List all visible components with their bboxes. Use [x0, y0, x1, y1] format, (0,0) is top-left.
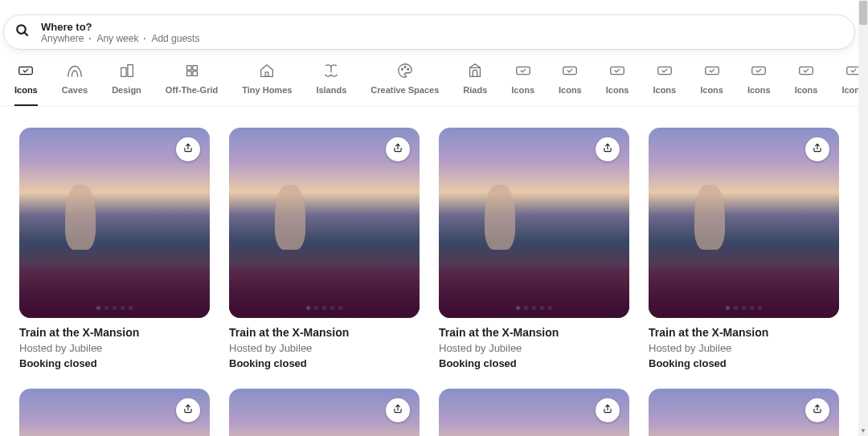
- listing-host: Hosted by Jubilee: [229, 342, 420, 354]
- category-tab-icons[interactable]: Icons: [841, 61, 858, 106]
- category-tab-islands[interactable]: Islands: [316, 61, 346, 106]
- category-tab-icons[interactable]: Icons: [606, 61, 629, 106]
- listing-image[interactable]: [439, 389, 629, 436]
- share-icon: [182, 403, 194, 418]
- svg-point-11: [404, 67, 406, 68]
- category-tab-tiny-homes[interactable]: Tiny Homes: [242, 61, 292, 106]
- category-tab-icons[interactable]: Icons: [14, 61, 38, 106]
- listing-card[interactable]: Train at the X-MansionHosted by JubileeB…: [649, 389, 839, 436]
- search-bar[interactable]: Where to? Anywhere Any week Add guests: [3, 14, 855, 50]
- tinyhome-icon: [257, 61, 276, 80]
- category-tab-riads[interactable]: Riads: [463, 61, 487, 106]
- svg-rect-9: [265, 72, 268, 77]
- carousel-dots[interactable]: [19, 306, 210, 310]
- svg-rect-2: [19, 67, 33, 74]
- ticket-icon: [16, 61, 35, 80]
- ticket-icon: [655, 61, 674, 80]
- category-tab-caves[interactable]: Caves: [62, 61, 88, 106]
- listing-host: Hosted by Jubilee: [19, 342, 210, 354]
- share-icon: [602, 403, 613, 418]
- svg-rect-19: [752, 67, 766, 74]
- listing-host: Hosted by Jubilee: [649, 342, 839, 354]
- category-tab-creative-spaces[interactable]: Creative Spaces: [371, 61, 439, 106]
- search-anyweek: Any week: [96, 33, 138, 44]
- scrollbar-thumb[interactable]: [859, 1, 867, 25]
- design-icon: [117, 61, 137, 80]
- listing-card[interactable]: Train at the X-MansionHosted by JubileeB…: [229, 128, 420, 369]
- share-button[interactable]: [176, 137, 200, 161]
- listing-image[interactable]: [439, 128, 629, 318]
- listing-image[interactable]: [229, 128, 420, 318]
- share-button[interactable]: [805, 137, 829, 161]
- scrollbar-down-arrow[interactable]: ▼: [859, 427, 867, 435]
- category-label: Icons: [559, 85, 582, 95]
- palette-icon: [395, 61, 415, 80]
- svg-rect-6: [192, 66, 197, 71]
- category-tab-icons[interactable]: Icons: [700, 61, 723, 106]
- listing-card[interactable]: Train at the X-MansionHosted by JubileeB…: [19, 389, 210, 436]
- category-label: Icons: [747, 85, 771, 95]
- category-label: Design: [112, 85, 141, 95]
- listing-image[interactable]: [229, 389, 420, 436]
- listing-card[interactable]: Train at the X-MansionHosted by JubileeB…: [649, 128, 839, 369]
- category-label: Icons: [795, 85, 818, 95]
- listing-title: Train at the X-Mansion: [649, 326, 839, 339]
- category-label: Icons: [653, 85, 676, 95]
- carousel-dots[interactable]: [229, 306, 420, 310]
- svg-rect-20: [800, 67, 813, 74]
- category-tab-icons[interactable]: Icons: [559, 61, 582, 106]
- separator-dot: [144, 38, 145, 39]
- svg-rect-17: [658, 67, 672, 74]
- search-anywhere: Anywhere: [41, 33, 84, 44]
- category-tab-icons[interactable]: Icons: [511, 61, 534, 106]
- ticket-icon: [514, 61, 533, 80]
- share-button[interactable]: [596, 398, 620, 422]
- category-tab-design[interactable]: Design: [112, 61, 141, 106]
- share-button[interactable]: [596, 137, 620, 161]
- category-label: Icons: [700, 85, 723, 95]
- search-addguests: Add guests: [151, 33, 199, 44]
- share-button[interactable]: [386, 398, 410, 422]
- category-label: Caves: [62, 85, 88, 95]
- share-icon: [392, 142, 403, 157]
- page-viewport[interactable]: Where to? Anywhere Any week Add guests I…: [0, 0, 858, 436]
- separator-dot: [89, 38, 91, 39]
- svg-rect-7: [186, 71, 191, 76]
- scrollbar-track[interactable]: ▼: [858, 0, 868, 436]
- category-label: Icons: [841, 85, 858, 95]
- share-icon: [602, 142, 613, 157]
- listing-card[interactable]: Train at the X-MansionHosted by JubileeB…: [19, 128, 210, 369]
- share-icon: [812, 403, 823, 418]
- island-icon: [321, 61, 341, 80]
- share-icon: [812, 142, 823, 157]
- share-button[interactable]: [386, 137, 410, 161]
- ticket-icon: [796, 61, 816, 80]
- listing-title: Train at the X-Mansion: [439, 326, 629, 339]
- carousel-dots[interactable]: [649, 306, 839, 310]
- category-tab-icons[interactable]: Icons: [653, 61, 676, 106]
- listing-image[interactable]: [19, 389, 210, 436]
- category-tab-off-the-grid[interactable]: Off-The-Grid: [166, 61, 218, 106]
- category-tab-icons[interactable]: Icons: [747, 61, 771, 106]
- listing-image[interactable]: [649, 389, 839, 436]
- svg-rect-18: [705, 67, 719, 74]
- listing-image[interactable]: [649, 128, 839, 318]
- share-button[interactable]: [805, 398, 829, 422]
- carousel-dots[interactable]: [439, 306, 629, 310]
- listing-title: Train at the X-Mansion: [229, 326, 420, 339]
- category-tab-icons[interactable]: Icons: [795, 61, 818, 106]
- svg-rect-3: [121, 67, 125, 76]
- listing-card[interactable]: Train at the X-MansionHosted by JubileeB…: [439, 389, 629, 436]
- category-label: Icons: [14, 85, 38, 95]
- svg-rect-21: [847, 67, 858, 74]
- svg-point-12: [407, 68, 409, 70]
- listing-card[interactable]: Train at the X-MansionHosted by JubileeB…: [439, 128, 629, 369]
- riad-icon: [465, 61, 485, 80]
- share-icon: [392, 403, 403, 418]
- share-button[interactable]: [176, 398, 200, 422]
- listing-card[interactable]: Train at the X-MansionHosted by JubileeB…: [229, 389, 420, 436]
- listing-image[interactable]: [19, 128, 210, 318]
- search-title: Where to?: [41, 21, 199, 33]
- svg-rect-14: [516, 67, 530, 74]
- svg-rect-5: [186, 66, 191, 71]
